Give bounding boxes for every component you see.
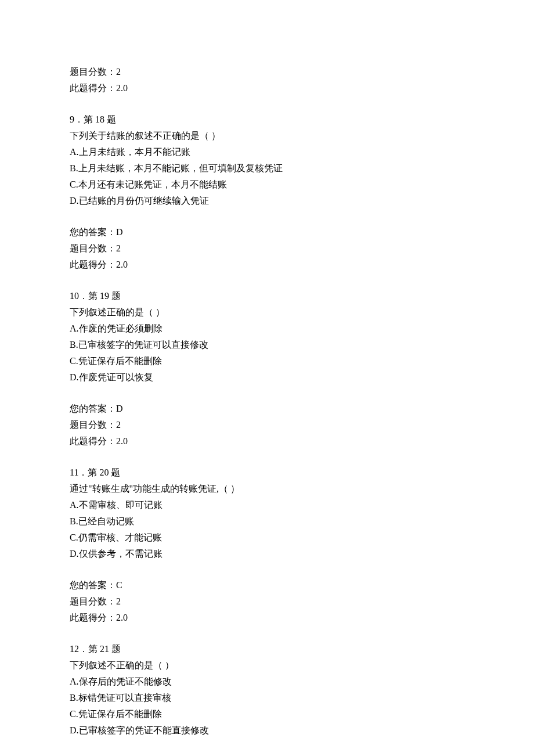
- question-option: B.上月未结账，本月不能记账，但可填制及复核凭证: [70, 160, 464, 177]
- answer-block: 您的答案：C: [70, 754, 464, 756]
- answer-label: 您的答案：: [70, 227, 116, 237]
- earned-label: 此题得分：: [70, 613, 116, 622]
- score-value: 2: [116, 596, 121, 606]
- question-option: D.已结账的月份仍可继续输入凭证: [70, 193, 464, 209]
- earned-line: 此题得分：2.0: [70, 433, 464, 449]
- answer-label: 您的答案：: [70, 580, 116, 590]
- answer-line: 您的答案：D: [70, 224, 464, 240]
- question-stem: 下列关于结账的叙述不正确的是（ ）: [70, 128, 464, 144]
- answer-line: 您的答案：C: [70, 754, 464, 756]
- question-option: C.本月还有未记账凭证，本月不能结账: [70, 177, 464, 193]
- question-header: 11．第 20 题: [70, 465, 464, 481]
- score-line: 题目分数：2: [70, 593, 464, 610]
- score-label: 题目分数：: [70, 67, 116, 77]
- score-line: 题目分数：2: [70, 417, 464, 433]
- earned-value: 2.0: [116, 83, 128, 93]
- earned-value: 2.0: [116, 260, 128, 269]
- question-stem: 下列叙述正确的是（ ）: [70, 304, 464, 321]
- answer-label: 您的答案：: [70, 404, 116, 413]
- question-block: 10．第 19 题 下列叙述正确的是（ ） A.作废的凭证必须删除 B.已审核签…: [70, 288, 464, 386]
- prelude-score-block: 题目分数：2 此题得分：2.0: [70, 64, 464, 96]
- score-line: 题目分数：2: [70, 64, 464, 80]
- score-label: 题目分数：: [70, 420, 116, 430]
- answer-line: 您的答案：D: [70, 401, 464, 417]
- score-label: 题目分数：: [70, 243, 116, 253]
- question-option: D.仅供参考，不需记账: [70, 546, 464, 562]
- question-option: D.作废凭证可以恢复: [70, 369, 464, 386]
- earned-line: 此题得分：2.0: [70, 257, 464, 273]
- question-block: 9．第 18 题 下列关于结账的叙述不正确的是（ ） A.上月未结账，本月不能记…: [70, 111, 464, 209]
- answer-value: C: [116, 580, 122, 590]
- score-value: 2: [116, 243, 121, 253]
- answer-block: 您的答案：D 题目分数：2 此题得分：2.0: [70, 401, 464, 449]
- earned-label: 此题得分：: [70, 83, 116, 93]
- answer-block: 您的答案：C 题目分数：2 此题得分：2.0: [70, 577, 464, 626]
- question-option: A.不需审核、即可记账: [70, 497, 464, 513]
- question-block: 11．第 20 题 通过"转账生成"功能生成的转账凭证,（ ） A.不需审核、即…: [70, 465, 464, 562]
- question-option: A.作废的凭证必须删除: [70, 321, 464, 337]
- question-option: A.上月未结账，本月不能记账: [70, 144, 464, 160]
- answer-block: 您的答案：D 题目分数：2 此题得分：2.0: [70, 224, 464, 273]
- score-value: 2: [116, 420, 121, 430]
- question-option: C.凭证保存后不能删除: [70, 353, 464, 369]
- earned-line: 此题得分：2.0: [70, 610, 464, 626]
- question-block: 12．第 21 题 下列叙述不正确的是（ ） A.保存后的凭证不能修改 B.标错…: [70, 641, 464, 739]
- earned-value: 2.0: [116, 436, 128, 446]
- earned-label: 此题得分：: [70, 436, 116, 446]
- question-option: D.已审核签字的凭证不能直接修改: [70, 722, 464, 739]
- answer-value: D: [116, 227, 123, 237]
- question-option: B.已经自动记账: [70, 513, 464, 530]
- answer-line: 您的答案：C: [70, 577, 464, 593]
- question-stem: 通过"转账生成"功能生成的转账凭证,（ ）: [70, 481, 464, 497]
- question-header: 12．第 21 题: [70, 641, 464, 657]
- question-option: B.标错凭证可以直接审核: [70, 690, 464, 706]
- answer-value: D: [116, 404, 123, 413]
- score-value: 2: [116, 67, 121, 77]
- earned-line: 此题得分：2.0: [70, 80, 464, 96]
- question-option: A.保存后的凭证不能修改: [70, 674, 464, 690]
- question-option: C.凭证保存后不能删除: [70, 706, 464, 722]
- question-option: B.已审核签字的凭证可以直接修改: [70, 337, 464, 353]
- earned-value: 2.0: [116, 613, 128, 622]
- question-header: 10．第 19 题: [70, 288, 464, 304]
- score-label: 题目分数：: [70, 596, 116, 606]
- question-option: C.仍需审核、才能记账: [70, 530, 464, 546]
- earned-label: 此题得分：: [70, 260, 116, 269]
- score-line: 题目分数：2: [70, 240, 464, 257]
- question-stem: 下列叙述不正确的是（ ）: [70, 657, 464, 674]
- question-header: 9．第 18 题: [70, 111, 464, 128]
